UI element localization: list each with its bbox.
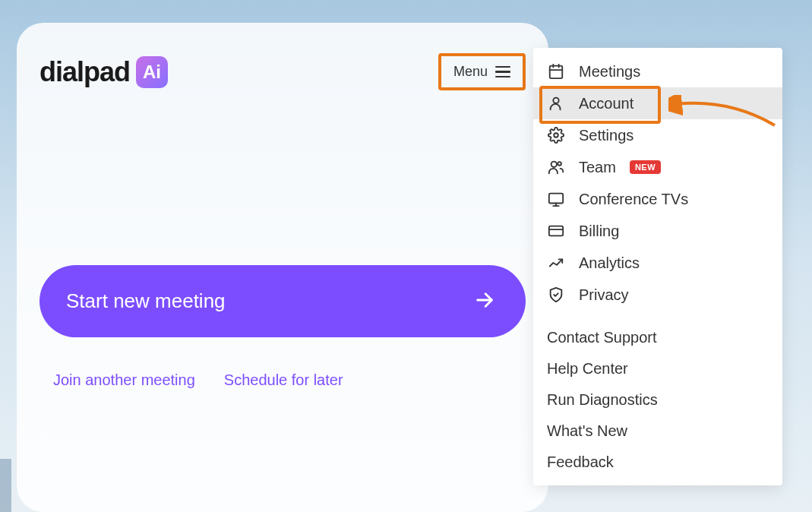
menu-item-contact-support[interactable]: Contact Support [533,322,782,353]
svg-point-8 [558,162,561,166]
menu-item-team[interactable]: Team NEW [533,151,782,183]
menu-item-settings[interactable]: Settings [533,119,782,151]
menu-item-feedback[interactable]: Feedback [533,447,782,478]
menu-item-label: Conference TVs [579,191,688,208]
menu-item-label: What's New [547,422,627,439]
logo: dialpad Ai [39,56,168,88]
menu-item-label: Contact Support [547,329,657,346]
menu-primary-section: Meetings Account Settings [533,55,782,311]
new-badge: NEW [630,160,661,174]
card-icon [547,222,565,240]
menu-item-meetings[interactable]: Meetings [533,55,782,87]
menu-item-label: Help Center [547,360,628,377]
menu-item-label: Privacy [579,286,629,304]
menu-item-analytics[interactable]: Analytics [533,247,782,279]
svg-rect-12 [549,226,563,236]
menu-item-help-center[interactable]: Help Center [533,353,782,384]
svg-rect-1 [550,66,563,79]
shield-icon [547,286,565,304]
menu-button[interactable]: Menu [438,53,526,90]
dropdown-menu: Meetings Account Settings [533,48,782,485]
menu-item-label: Meetings [579,63,640,81]
svg-point-6 [554,133,558,137]
arrow-right-icon [474,289,495,313]
calendar-icon [547,62,565,81]
menu-button-label: Menu [453,64,488,80]
main-card: dialpad Ai Menu Start new meeting Join a… [17,23,548,512]
team-icon [547,158,565,176]
menu-item-account[interactable]: Account [533,87,782,119]
menu-item-privacy[interactable]: Privacy [533,279,782,311]
schedule-later-link[interactable]: Schedule for later [224,371,343,389]
svg-point-5 [553,98,558,103]
menu-item-billing[interactable]: Billing [533,215,782,247]
menu-item-whats-new[interactable]: What's New [533,416,782,447]
menu-item-conference-tvs[interactable]: Conference TVs [533,183,782,215]
brand-ai-icon: Ai [136,56,168,88]
svg-rect-9 [549,194,563,204]
monitor-icon [547,190,565,208]
hamburger-icon [495,66,510,78]
menu-item-label: Analytics [579,254,640,272]
chart-icon [547,254,565,272]
start-meeting-button[interactable]: Start new meeting [39,265,526,337]
menu-item-label: Settings [579,127,633,144]
join-meeting-link[interactable]: Join another meeting [53,371,195,389]
menu-item-label: Account [579,95,633,112]
user-icon [547,94,565,112]
svg-point-7 [551,162,557,167]
header: dialpad Ai Menu [39,53,526,90]
menu-item-run-diagnostics[interactable]: Run Diagnostics [533,384,782,416]
start-button-label: Start new meeting [66,289,226,313]
menu-secondary-section: Contact Support Help Center Run Diagnost… [533,322,782,478]
brand-text: dialpad [39,56,130,88]
menu-item-label: Feedback [547,454,614,470]
menu-item-label: Team [579,159,616,176]
secondary-links: Join another meeting Schedule for later [39,371,526,389]
menu-item-label: Billing [579,223,619,240]
background-decoration [0,459,11,512]
gear-icon [547,126,565,144]
menu-item-label: Run Diagnostics [547,391,658,408]
